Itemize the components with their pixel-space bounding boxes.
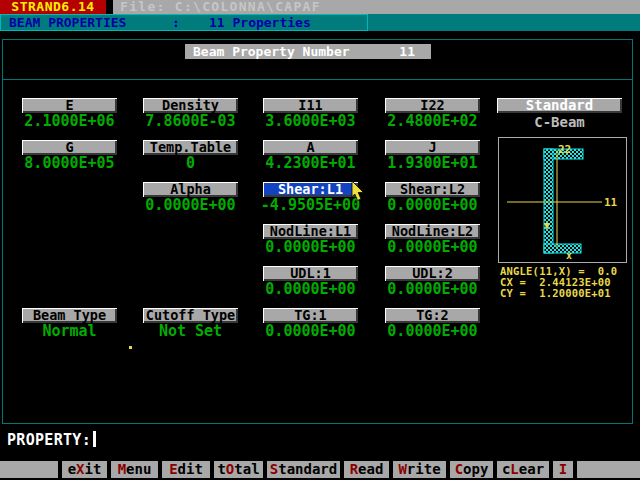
- menu-blank-segment-right: [577, 461, 640, 478]
- property-button-j[interactable]: J: [385, 140, 480, 155]
- property-value-udl-1: 0.0000E+00: [253, 283, 368, 296]
- property-number-value: 11: [399, 44, 415, 59]
- property-cell-nodline-l2: NodLine:L20.0000E+00: [375, 224, 490, 254]
- property-cell-density: Density7.8600E-03: [133, 98, 248, 128]
- application-window: STRAND6.14 File: C:\COLONNA\CAPAF BEAM P…: [0, 0, 640, 480]
- property-button-temp-table[interactable]: Temp.Table: [143, 140, 238, 155]
- property-value-tg-2: 0.0000E+00: [375, 325, 490, 338]
- prompt-label: PROPERTY:: [7, 431, 91, 449]
- menu-blank-segment: [0, 461, 58, 478]
- property-value-alpha: 0.0000E+00: [133, 199, 248, 212]
- menu-item-i[interactable]: I: [553, 461, 573, 478]
- header-title: BEAM PROPERTIES: [9, 16, 126, 29]
- property-cell-i22: I222.4800E+02: [375, 98, 490, 128]
- bottom-menu-bar: eXitMenuEdittOtalStandardReadWriteCopycL…: [0, 461, 640, 478]
- header-bar: BEAM PROPERTIES : 11 Properties: [0, 14, 640, 31]
- property-value-i11: 3.6000E+03: [253, 115, 368, 128]
- property-value-nodline-l2: 0.0000E+00: [375, 241, 490, 254]
- local-x-axis-label: x: [566, 250, 572, 261]
- property-number-label: Beam Property Number: [193, 44, 350, 59]
- shape-name-label: C-Beam: [497, 114, 622, 130]
- property-value-e: 2.1000E+06: [12, 115, 127, 128]
- property-cell-i11: I113.6000E+03: [253, 98, 368, 128]
- property-cell-udl-2: UDL:20.0000E+00: [375, 266, 490, 296]
- axis-11-label: 11: [604, 196, 618, 209]
- app-title: STRAND6.14: [0, 0, 113, 14]
- command-prompt-line[interactable]: PROPERTY:: [7, 431, 96, 449]
- menu-item-clear[interactable]: cLear: [497, 461, 549, 478]
- property-cell-e: E2.1000E+06: [12, 98, 127, 128]
- axis-22-label: 22: [558, 143, 571, 156]
- cy-info: CY = 1.20000E+01: [500, 288, 611, 299]
- menu-item-exit[interactable]: eXit: [62, 461, 107, 478]
- menu-item-menu[interactable]: Menu: [111, 461, 158, 478]
- property-button-alpha[interactable]: Alpha: [143, 182, 238, 197]
- property-value-temp-table: 0: [133, 157, 248, 170]
- property-button-i22[interactable]: I22: [385, 98, 480, 113]
- property-value-g: 8.0000E+05: [12, 157, 127, 170]
- property-cell-udl-1: UDL:10.0000E+00: [253, 266, 368, 296]
- header-separator: :: [172, 16, 180, 29]
- property-cell-cutoff-type: Cutoff TypeNot Set: [133, 308, 248, 338]
- property-cell-nodline-l1: NodLine:L10.0000E+00: [253, 224, 368, 254]
- property-cell-beam-type: Beam TypeNormal: [12, 308, 127, 338]
- property-button-density[interactable]: Density: [143, 98, 238, 113]
- property-button-g[interactable]: G: [22, 140, 117, 155]
- property-number-bar: Beam Property Number 11: [185, 44, 431, 59]
- menu-item-read[interactable]: Read: [344, 461, 389, 478]
- cursor-trail-dot: [129, 346, 132, 349]
- property-cell-j: J1.9300E+01: [375, 140, 490, 170]
- property-value-j: 1.9300E+01: [375, 157, 490, 170]
- property-cell-shear-l2: Shear:L20.0000E+00: [375, 182, 490, 212]
- property-cell-a: A4.2300E+01: [253, 140, 368, 170]
- property-button-cutoff-type[interactable]: Cutoff Type: [143, 308, 238, 323]
- property-value-a: 4.2300E+01: [253, 157, 368, 170]
- property-button-nodline-l1[interactable]: NodLine:L1: [263, 224, 358, 239]
- standard-section-button[interactable]: Standard: [497, 98, 622, 113]
- property-button-i11[interactable]: I11: [263, 98, 358, 113]
- property-button-e[interactable]: E: [22, 98, 117, 113]
- main-panel: Beam Property Number 11 E2.1000E+06Densi…: [2, 39, 633, 424]
- c-beam-shape: [544, 149, 583, 253]
- property-value-nodline-l1: 0.0000E+00: [253, 241, 368, 254]
- property-cell-temp-table: Temp.Table0: [133, 140, 248, 170]
- menu-item-standard[interactable]: Standard: [267, 461, 340, 478]
- title-separator: [3, 79, 632, 80]
- property-value-shear-l2: 0.0000E+00: [375, 199, 490, 212]
- property-button-a[interactable]: A: [263, 140, 358, 155]
- property-button-udl-2[interactable]: UDL:2: [385, 266, 480, 281]
- property-value-density: 7.8600E-03: [133, 115, 248, 128]
- mouse-cursor-icon: [351, 181, 366, 202]
- property-cell-tg-1: TG:10.0000E+00: [253, 308, 368, 338]
- text-cursor: [93, 431, 96, 447]
- header-property-count: 11 Properties: [209, 16, 311, 29]
- property-button-tg-2[interactable]: TG:2: [385, 308, 480, 323]
- menu-item-total[interactable]: tOtal: [214, 461, 263, 478]
- menu-item-edit[interactable]: Edit: [162, 461, 210, 478]
- property-button-shear-l1[interactable]: Shear:L1: [263, 182, 358, 197]
- property-button-tg-1[interactable]: TG:1: [263, 308, 358, 323]
- menu-item-write[interactable]: Write: [393, 461, 446, 478]
- header-box: BEAM PROPERTIES : 11 Properties: [0, 14, 368, 31]
- file-path-label: File: C:\COLONNA\CAPAF: [120, 0, 321, 14]
- property-cell-tg-2: TG:20.0000E+00: [375, 308, 490, 338]
- property-button-shear-l2[interactable]: Shear:L2: [385, 182, 480, 197]
- property-value-i22: 2.4800E+02: [375, 115, 490, 128]
- property-button-udl-1[interactable]: UDL:1: [263, 266, 358, 281]
- property-value-tg-1: 0.0000E+00: [253, 325, 368, 338]
- property-value-udl-2: 0.0000E+00: [375, 283, 490, 296]
- property-button-nodline-l2[interactable]: NodLine:L2: [385, 224, 480, 239]
- menu-item-copy[interactable]: Copy: [450, 461, 493, 478]
- property-button-beam-type[interactable]: Beam Type: [22, 308, 117, 323]
- property-value-beam-type: Normal: [12, 325, 127, 338]
- property-cell-alpha: Alpha0.0000E+00: [133, 182, 248, 212]
- beam-cross-section-diagram: 22 11 x: [498, 137, 627, 263]
- property-cell-g: G8.0000E+05: [12, 140, 127, 170]
- titlebar: STRAND6.14 File: C:\COLONNA\CAPAF: [0, 0, 640, 14]
- property-value-cutoff-type: Not Set: [133, 325, 248, 338]
